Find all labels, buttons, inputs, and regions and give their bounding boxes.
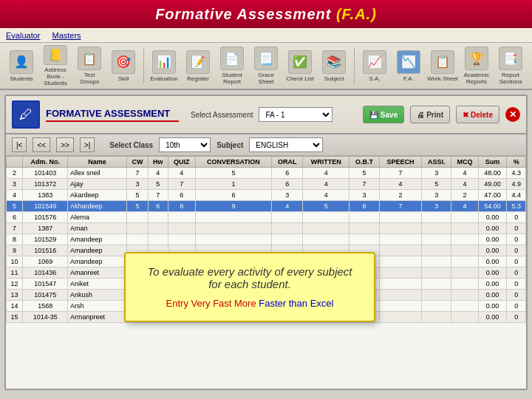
table-cell[interactable] bbox=[148, 223, 168, 234]
table-cell[interactable]: 4 bbox=[148, 168, 168, 179]
table-cell[interactable] bbox=[349, 212, 380, 223]
table-cell[interactable] bbox=[379, 312, 422, 323]
print-button[interactable]: 🖨 Print bbox=[410, 106, 450, 123]
table-cell[interactable] bbox=[451, 301, 479, 312]
table-cell[interactable]: 7 bbox=[168, 179, 195, 190]
table-cell[interactable] bbox=[451, 256, 479, 267]
table-cell[interactable]: 3 bbox=[349, 190, 380, 201]
table-cell[interactable] bbox=[451, 290, 479, 301]
table-cell[interactable] bbox=[422, 301, 451, 312]
table-cell[interactable]: 8 bbox=[168, 201, 195, 212]
toolbar-item-report-sections[interactable]: 📑Report Sections bbox=[495, 45, 526, 86]
table-cell[interactable] bbox=[422, 234, 451, 245]
table-cell[interactable] bbox=[422, 279, 451, 290]
table-cell[interactable]: 5 bbox=[148, 179, 168, 190]
table-cell[interactable]: 7 bbox=[148, 190, 168, 201]
table-row[interactable]: 3101372Ajay357164745449.004.9 bbox=[7, 179, 526, 190]
table-cell[interactable] bbox=[271, 212, 302, 223]
subject-select[interactable]: ENGLISH bbox=[249, 137, 323, 152]
table-cell[interactable] bbox=[195, 223, 271, 234]
table-cell[interactable] bbox=[271, 234, 302, 245]
table-cell[interactable] bbox=[271, 223, 302, 234]
table-cell[interactable] bbox=[127, 234, 149, 245]
table-cell[interactable] bbox=[379, 245, 422, 256]
table-cell[interactable] bbox=[379, 223, 422, 234]
nav-last-button[interactable]: >| bbox=[80, 137, 95, 152]
table-cell[interactable] bbox=[422, 256, 451, 267]
table-cell[interactable]: 5 bbox=[195, 168, 271, 179]
table-cell[interactable]: 2 bbox=[451, 190, 479, 201]
table-cell[interactable] bbox=[127, 223, 149, 234]
table-cell[interactable]: 7 bbox=[127, 168, 149, 179]
table-row[interactable]: 8101529Amandeep0.000 bbox=[7, 234, 526, 245]
table-cell[interactable]: 7 bbox=[349, 179, 380, 190]
toolbar-item-work-sheet[interactable]: 📋Work Sheet bbox=[427, 45, 458, 86]
table-cell[interactable] bbox=[379, 279, 422, 290]
table-cell[interactable]: 4 bbox=[303, 168, 349, 179]
table-cell[interactable]: 5 bbox=[349, 168, 380, 179]
table-cell[interactable] bbox=[303, 234, 349, 245]
table-cell[interactable]: 6 bbox=[271, 168, 302, 179]
table-cell[interactable]: 6 bbox=[148, 201, 168, 212]
toolbar-item-s.a.[interactable]: 📈S.A. bbox=[359, 45, 390, 86]
toolbar-item-check-list[interactable]: ✅Check List bbox=[284, 45, 316, 86]
table-cell[interactable]: 3 bbox=[422, 168, 451, 179]
table-cell[interactable] bbox=[422, 267, 451, 279]
close-button[interactable]: ✕ bbox=[505, 107, 520, 122]
table-cell[interactable]: 4 bbox=[379, 179, 422, 190]
table-row[interactable]: 5101549Akhardeep568945673454.005.3 bbox=[7, 201, 526, 212]
toolbar-item-student-report[interactable]: 📄Student Report bbox=[216, 45, 248, 86]
toolbar-item-test-groups[interactable]: 📋Test Groups bbox=[74, 45, 105, 86]
toolbar-item-f.a.[interactable]: 📉F.A. bbox=[393, 45, 424, 86]
table-cell[interactable]: 4 bbox=[168, 168, 195, 179]
table-cell[interactable] bbox=[379, 290, 422, 301]
table-cell[interactable] bbox=[168, 234, 195, 245]
table-cell[interactable]: 4 bbox=[451, 201, 479, 212]
toolbar-item-register[interactable]: 📝Register bbox=[183, 45, 214, 86]
table-row[interactable]: 6101576Alerna0.000 bbox=[7, 212, 526, 223]
menu-masters[interactable]: Masters bbox=[52, 31, 81, 40]
table-cell[interactable]: 6 bbox=[195, 190, 271, 201]
table-row[interactable]: 41383Akardeep576634323247.004.4 bbox=[7, 190, 526, 201]
toolbar-item-subject[interactable]: 📚Subject bbox=[318, 45, 349, 86]
save-button[interactable]: 💾 Save bbox=[363, 106, 404, 123]
table-cell[interactable]: 4 bbox=[451, 179, 479, 190]
table-cell[interactable] bbox=[195, 234, 271, 245]
nav-prev-button[interactable]: << bbox=[33, 137, 50, 152]
table-cell[interactable]: 3 bbox=[271, 190, 302, 201]
table-cell[interactable] bbox=[422, 212, 451, 223]
table-cell[interactable]: 3 bbox=[422, 201, 451, 212]
table-cell[interactable] bbox=[303, 223, 349, 234]
table-cell[interactable]: 1 bbox=[195, 179, 271, 190]
table-row[interactable]: 2101403Allex sneil744564573448.004.3 bbox=[7, 168, 526, 179]
class-select[interactable]: 10th bbox=[159, 137, 211, 152]
table-cell[interactable] bbox=[168, 223, 195, 234]
table-cell[interactable] bbox=[379, 256, 422, 267]
table-cell[interactable]: 5 bbox=[303, 201, 349, 212]
table-cell[interactable] bbox=[148, 234, 168, 245]
table-cell[interactable] bbox=[422, 245, 451, 256]
table-cell[interactable]: 4 bbox=[271, 201, 302, 212]
table-cell[interactable] bbox=[195, 212, 271, 223]
table-cell[interactable]: 9 bbox=[195, 201, 271, 212]
table-cell[interactable]: 3 bbox=[422, 190, 451, 201]
assessment-select[interactable]: FA - 1 bbox=[259, 107, 332, 122]
table-cell[interactable]: 4 bbox=[303, 179, 349, 190]
table-cell[interactable] bbox=[451, 279, 479, 290]
table-cell[interactable] bbox=[127, 212, 149, 223]
table-row[interactable]: 71387Aman0.000 bbox=[7, 223, 526, 234]
table-cell[interactable] bbox=[451, 234, 479, 245]
table-cell[interactable] bbox=[422, 312, 451, 323]
table-cell[interactable] bbox=[379, 267, 422, 279]
table-cell[interactable]: 6 bbox=[349, 201, 380, 212]
toolbar-item-academic-reports[interactable]: 🏆Academic Reports bbox=[461, 45, 492, 86]
nav-next-button[interactable]: >> bbox=[56, 137, 74, 152]
table-cell[interactable] bbox=[379, 212, 422, 223]
table-cell[interactable]: 5 bbox=[422, 179, 451, 190]
table-cell[interactable]: 2 bbox=[379, 190, 422, 201]
table-cell[interactable] bbox=[168, 212, 195, 223]
table-cell[interactable] bbox=[349, 234, 380, 245]
table-cell[interactable]: 6 bbox=[271, 179, 302, 190]
toolbar-item-skill[interactable]: 🎯Skill bbox=[108, 45, 139, 86]
delete-button[interactable]: ✖ Delete bbox=[456, 106, 499, 123]
